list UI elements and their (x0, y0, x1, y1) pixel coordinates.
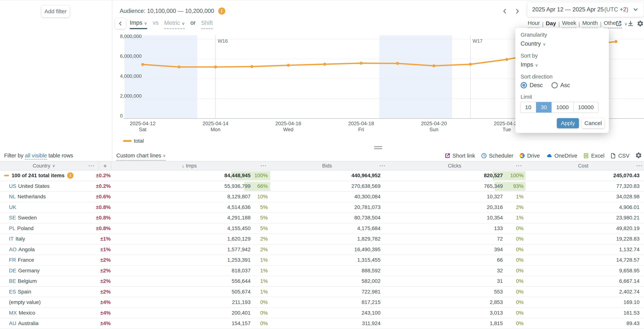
compare-metric-dropdown[interactable]: Metric∨ (164, 20, 185, 29)
x-tick-date: 2025-04-20 (421, 121, 447, 126)
country-cell[interactable]: DEGermany (9, 266, 40, 276)
chart-resize-handle[interactable] (374, 146, 382, 150)
country-code[interactable]: FR (9, 257, 16, 263)
table-row[interactable]: USUnited States±0.2%55,936,79966%270,638… (0, 181, 644, 192)
country-cell[interactable]: ESSpain (9, 287, 31, 297)
table-row[interactable]: AUAustralia±4%154,1570%311,9241,8150%89.… (0, 318, 644, 329)
limit-option-10[interactable]: 10 (520, 102, 536, 112)
column-header-clicks[interactable]: Clicks (387, 162, 522, 170)
table-row[interactable]: PLPoland±0.8%4,155,4505%4,175,6841330%49… (0, 224, 644, 234)
table-row[interactable]: UK±0.8%4,514,6365%20,781,07320,3162%4,90… (0, 202, 644, 213)
limit-option-10000[interactable]: 10000 (573, 102, 598, 112)
imps-column-menu[interactable]: ··· (260, 162, 268, 170)
table-row[interactable]: NLNetherlands±0.6%8,129,80710%40,300,084… (0, 192, 644, 202)
granularity-tab-hour[interactable]: Hour (528, 20, 540, 28)
all-visible-link[interactable]: all visible (25, 152, 47, 160)
table-row[interactable]: MXMexico±4%200,4010%243,1003,0130%161.53 (0, 308, 644, 318)
export-label: CSV (618, 153, 630, 159)
sort-by-dropdown[interactable]: Imps∨ (520, 61, 538, 68)
date-next-button[interactable] (512, 6, 522, 16)
country-cell[interactable]: UK (9, 202, 18, 212)
add-filter-button[interactable]: Add filter (42, 6, 70, 17)
table-row[interactable]: DEGermany±2%818,0371%888,592320%9,658.95 (0, 266, 644, 276)
open-in-new-button[interactable] (615, 20, 622, 27)
table-row[interactable]: (empty value)±4%211,1930%817,2152,8530%1… (0, 297, 644, 308)
country-code[interactable]: UK (9, 204, 16, 210)
export-onedrive[interactable]: OneDrive (546, 152, 578, 159)
limit-options: 1030100010000 (520, 102, 598, 113)
table-settings-button[interactable] (635, 152, 642, 160)
table-row[interactable]: FRFrance±2%1,253,3911%1,315,455660%14,72… (0, 255, 644, 266)
country-code[interactable]: NL (9, 194, 16, 200)
country-code[interactable]: MX (9, 310, 17, 316)
apply-button[interactable]: Apply (557, 118, 579, 128)
table-row[interactable]: ITItaly±1%1,620,1292%1,829,782720%19,228… (0, 234, 644, 244)
download-button[interactable] (627, 20, 634, 27)
limit-option-1000[interactable]: 1000 (552, 102, 573, 112)
shift-selector[interactable]: Shift (201, 20, 213, 29)
country-cell[interactable]: USUnited States (9, 181, 50, 191)
table-row[interactable]: AOAngola±1%1,577,9422%16,490,3953940%1,1… (0, 244, 644, 255)
country-cell[interactable]: ITItaly (9, 234, 25, 244)
delta-cell: ±1% (100, 244, 111, 254)
granularity-tab-week[interactable]: Week (562, 20, 576, 28)
column-header-country[interactable]: Country∨ (0, 162, 88, 170)
date-range-picker[interactable]: 2025 Apr 12 — 2025 Apr 25 (UTC +2) (527, 2, 644, 17)
country-cell[interactable]: NLNetherlands (9, 192, 46, 202)
country-code[interactable]: US (9, 183, 16, 189)
country-cell[interactable]: BEBelgium (9, 276, 37, 286)
cost-column-menu[interactable]: ··· (636, 162, 643, 170)
add-column-button[interactable]: + (99, 162, 111, 170)
country-code[interactable]: IT (9, 236, 14, 242)
table-row[interactable]: BEBelgium±2%556,6441%582,002310%6,667.14 (0, 276, 644, 287)
country-cell[interactable]: FRFrance (9, 255, 34, 265)
clicks-column-menu[interactable]: ··· (515, 162, 523, 170)
chart-settings-button[interactable] (636, 20, 644, 27)
country-column-menu[interactable]: ··· (88, 162, 95, 170)
info-icon[interactable]: i (218, 8, 225, 14)
imps-percent: 0% (252, 308, 268, 318)
export-excel[interactable]: Excel (583, 152, 604, 159)
country-name: Italy (16, 236, 25, 242)
custom-chart-lines-dropdown[interactable]: Custom chart lines∨ (116, 152, 166, 160)
primary-metric-dropdown[interactable]: Imps∨ (130, 20, 147, 29)
country-cell[interactable]: MXMexico (9, 308, 35, 318)
country-code[interactable]: DE (9, 268, 16, 274)
info-icon[interactable]: i (67, 172, 74, 179)
country-code[interactable]: SE (9, 215, 16, 221)
country-cell[interactable]: SESweden (9, 213, 37, 223)
export-shortlink[interactable]: Short link (444, 152, 475, 159)
country-cell[interactable]: AOAngola (9, 244, 35, 254)
country-code[interactable]: BE (9, 278, 16, 284)
table-body: 100 of 241 total itemsi±0.2%84,448,94510… (0, 170, 644, 329)
limit-option-30[interactable]: 30 (536, 102, 551, 112)
country-cell[interactable]: PLPoland (9, 224, 34, 234)
export-scheduler[interactable]: Scheduler (481, 152, 514, 159)
table-row[interactable]: ESSpain±2%505,6741%722,9815530%2,402.74 (0, 287, 644, 298)
country-cell[interactable]: AUAustralia (9, 318, 38, 328)
table-row[interactable]: SESweden±0.8%4,291,1885%80,738,50410,354… (0, 213, 644, 224)
column-header-cost[interactable]: Cost (522, 162, 644, 170)
imps-percent: 2% (252, 234, 268, 244)
column-header-bids[interactable]: Bids (268, 162, 387, 170)
sort-asc-radio[interactable] (552, 82, 558, 88)
country-code[interactable]: AU (9, 320, 16, 326)
country-code[interactable]: PL (9, 226, 15, 232)
granularity-tab-day[interactable]: Day (546, 20, 556, 28)
granularity-tab-month[interactable]: Month (582, 20, 598, 28)
sort-desc-radio[interactable] (520, 82, 527, 88)
chart-back-button[interactable] (115, 18, 126, 29)
export-csv[interactable]: CSV (610, 152, 630, 159)
export-drive[interactable]: Drive (519, 152, 540, 159)
x-tick-day: Fri (358, 127, 364, 132)
granularity-dropdown[interactable]: Country∨ (520, 40, 546, 47)
table-row[interactable]: 100 of 241 total itemsi±0.2%84,448,94510… (0, 170, 644, 181)
total-row-dash-icon (4, 175, 9, 176)
country-code[interactable]: AO (9, 246, 16, 252)
column-header-imps[interactable]: ↓Imps (111, 162, 268, 170)
date-prev-button[interactable] (500, 6, 510, 16)
bids-column-menu[interactable]: ··· (379, 162, 386, 170)
cancel-button[interactable]: Cancel (582, 118, 604, 128)
country-code[interactable]: ES (9, 289, 16, 295)
country-cell[interactable]: (empty value) (9, 297, 43, 307)
